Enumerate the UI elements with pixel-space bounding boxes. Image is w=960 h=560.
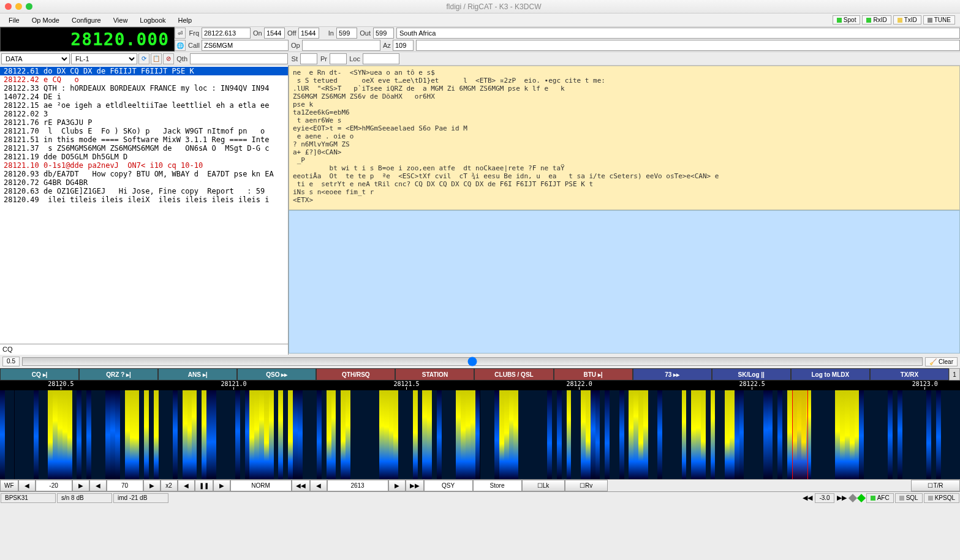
spot-line[interactable]: 28122.33 QTH : hORDEAUX BORDEAUX FRANCE … (0, 84, 288, 93)
minimize-icon[interactable] (15, 3, 22, 10)
spot-list[interactable]: 28122.61 do DX CQ DX de F6IIJT F6IIJT PS… (0, 66, 288, 344)
txid-button[interactable]: TxID (893, 15, 921, 25)
wf-center-right-icon[interactable]: ▶ (388, 480, 406, 491)
spot-button[interactable]: Spot (833, 15, 861, 25)
spot-line[interactable]: 28121.37 s ZS6MGMS6MGM ZS6MGMS6MGM de ON… (0, 144, 288, 153)
wf-center-rewind-icon[interactable]: ◀◀ (292, 480, 310, 491)
wf-db-right-icon[interactable]: ▶ (72, 480, 89, 491)
wf-range-right-icon[interactable]: ▶ (143, 480, 161, 491)
offset-down-icon[interactable]: ◀◀ (801, 494, 814, 502)
in-input[interactable] (336, 28, 357, 39)
spot-line[interactable]: 28122.15 ae ²oe igeh a etldleeltiiTae le… (0, 101, 288, 110)
wf-scroll-left-icon[interactable]: ◀ (178, 480, 195, 491)
menu-help[interactable]: Help (172, 15, 198, 26)
macro-qth-rsq[interactable]: QTH/RSQ (316, 368, 395, 380)
macro-cq-[interactable]: CQ ▸| (0, 368, 79, 380)
out-input[interactable] (373, 28, 394, 39)
reverse-checkbox[interactable]: ☐ Rv (565, 480, 608, 491)
call-lookup-icon[interactable]: 🌐 (175, 40, 186, 51)
sql-button[interactable]: SQL (895, 493, 923, 503)
qth-input[interactable] (190, 53, 288, 64)
cq-filter-label[interactable]: CQ (0, 344, 288, 355)
menu-configure[interactable]: Configure (66, 15, 107, 26)
loc-input[interactable] (363, 53, 399, 64)
spot-line[interactable]: 28121.10 0-1s1@dde pa2nevJ ON7< i10 cq 1… (0, 161, 288, 170)
wf-scroll-right-icon[interactable]: ▶ (213, 480, 230, 491)
macro-page-number[interactable]: 1 (949, 368, 960, 380)
spot-line[interactable]: 14072.24 DE i (0, 93, 288, 101)
rxid-button[interactable]: RxID (862, 15, 891, 25)
afc-button[interactable]: AFC (866, 493, 894, 503)
op-input[interactable] (302, 40, 380, 51)
off-input[interactable] (298, 28, 319, 39)
menu-logbook[interactable]: Logbook (134, 15, 172, 26)
wf-center-left-icon[interactable]: ◀ (310, 480, 327, 491)
spot-line[interactable]: 28122.02 3 (0, 110, 288, 118)
wf-zoom-button[interactable]: x2 (161, 480, 178, 491)
tune-button-icon[interactable]: ⟳ (138, 53, 149, 64)
spot-line[interactable]: 28122.42 e CQ o (0, 75, 288, 84)
waterfall-cursor[interactable] (792, 390, 808, 479)
call-input[interactable] (202, 40, 289, 51)
wf-display-mode[interactable]: NORM (230, 480, 292, 491)
pr-input[interactable] (330, 53, 347, 64)
threshold-slider[interactable] (22, 357, 923, 366)
filter-dropdown[interactable]: FL-1 (71, 53, 137, 64)
mode-status[interactable]: BPSK31 (1, 493, 56, 503)
spot-line[interactable]: 28121.19 dde DO5GLM Dh5GLM D (0, 153, 288, 161)
st-input[interactable] (300, 53, 317, 64)
freq-enter-icon[interactable]: ⏎ (175, 28, 186, 39)
macro-73-[interactable]: 73 ▸▸ (633, 368, 712, 380)
offset-up-icon[interactable]: ▶▶ (835, 494, 849, 502)
qsy-button[interactable]: QSY (424, 480, 473, 491)
waterfall-display[interactable] (0, 390, 960, 479)
notes-field[interactable] (416, 40, 960, 51)
macro-qso-[interactable]: QSO ▸▸ (237, 368, 316, 380)
wf-mode-button[interactable]: WF (0, 480, 18, 491)
lock-checkbox[interactable]: ☐ Lk (522, 480, 565, 491)
kpsql-button[interactable]: KPSQL (924, 493, 959, 503)
close-icon[interactable] (5, 3, 12, 10)
clear-button[interactable]: 🧹Clear (925, 357, 958, 366)
macro-ans-[interactable]: ANS ▸| (158, 368, 237, 380)
clear-log-icon[interactable]: ⊘ (163, 53, 174, 64)
frq-input[interactable] (202, 28, 251, 39)
spot-line[interactable]: 28122.61 do DX CQ DX de F6IIJT F6IIJT PS… (0, 67, 288, 75)
wf-db-left-icon[interactable]: ◀ (18, 480, 36, 491)
tr-button[interactable]: ☐ T/R (911, 480, 960, 491)
spot-line[interactable]: 28120.63 de OZ1GE]Z1GEJ Hi Jose, Fine co… (0, 187, 288, 195)
macro-clubs-qsl[interactable]: CLUBS / QSL (474, 368, 553, 380)
store-button[interactable]: Store (473, 480, 522, 491)
menu-file[interactable]: File (2, 15, 26, 26)
spot-line[interactable]: 28121.51 in this mode ==== Software MixW… (0, 135, 288, 144)
wf-range-left-icon[interactable]: ◀ (89, 480, 107, 491)
receive-pane[interactable]: ne e Rn dt- <SYN>uea o an tô e s$ s S te… (289, 66, 960, 210)
spot-line[interactable]: 28120.49 ilei tileis ileis ileiX ileis i… (0, 195, 288, 204)
transmit-pane[interactable] (289, 210, 960, 354)
macro-station[interactable]: STATION (395, 368, 474, 380)
macro-btu-[interactable]: BTU ▸| (554, 368, 633, 380)
led-icon (837, 18, 842, 23)
mode-dropdown[interactable]: DATA (1, 53, 70, 64)
wf-center-value[interactable]: 2613 (327, 480, 388, 491)
spot-line[interactable]: 28120.72 G4BR DG4BR (0, 178, 288, 187)
spot-line[interactable]: 28121.70 l Clubs E Fo ) SKo) p Jack W9GT… (0, 127, 288, 135)
macro-qrz-[interactable]: QRZ ? ▸| (79, 368, 158, 380)
frequency-display[interactable]: 28120.000 (0, 27, 175, 51)
wf-center-fforward-icon[interactable]: ▶▶ (406, 480, 424, 491)
wf-pause-icon[interactable]: ❚❚ (195, 480, 213, 491)
macro-sk-log-[interactable]: SK/Log || (712, 368, 791, 380)
macro-tx-rx[interactable]: TX/RX (870, 368, 949, 380)
spot-line[interactable]: 28121.76 rE PA3GJU P (0, 118, 288, 127)
tune-button[interactable]: TUNE (923, 15, 955, 25)
waterfall-scale[interactable]: 28120.528121.028121.528122.028122.528123… (0, 380, 960, 390)
macro-log-to-mldx[interactable]: Log to MLDX (791, 368, 870, 380)
az-input[interactable] (393, 40, 414, 51)
on-input[interactable] (264, 28, 285, 39)
menu-view[interactable]: View (107, 15, 134, 26)
traffic-lights[interactable] (5, 3, 32, 10)
maximize-icon[interactable] (26, 3, 32, 10)
log-button-icon[interactable]: 📋 (151, 53, 162, 64)
menu-op-mode[interactable]: Op Mode (26, 15, 66, 26)
spot-line[interactable]: 28120.93 db/EA7DT How copy? BTU OM, WBAY… (0, 170, 288, 178)
